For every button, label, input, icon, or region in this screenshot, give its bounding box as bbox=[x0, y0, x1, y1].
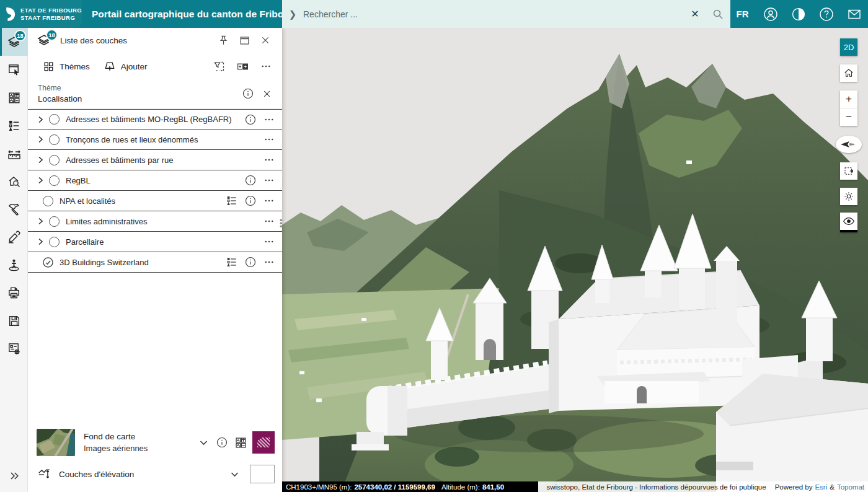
elevation-layers-row[interactable]: Couches d'élévation bbox=[28, 461, 282, 492]
layer-radio-unchecked[interactable] bbox=[49, 114, 60, 125]
layer-row[interactable]: 3D Buildings Switzerland bbox=[28, 252, 282, 273]
close-panel-icon[interactable] bbox=[255, 31, 276, 50]
theme-info-icon[interactable] bbox=[239, 84, 257, 103]
layer-row[interactable]: Parcellaire bbox=[28, 232, 282, 252]
layer-row[interactable]: Adresses et bâtiments MO-RegBL (RegBAFR) bbox=[28, 109, 282, 130]
zoom-out-button[interactable]: − bbox=[840, 108, 857, 126]
sidebar-item-layers[interactable]: 18 bbox=[0, 28, 28, 56]
basemap-texts: Fond de carte Images aériennes bbox=[84, 432, 194, 453]
layer-name: Tronçons de rues et lieux dénommés bbox=[66, 135, 260, 144]
layer-info-icon[interactable] bbox=[241, 110, 260, 129]
zoom-in-button[interactable]: + bbox=[840, 90, 857, 108]
elevation-swatch[interactable] bbox=[250, 465, 275, 483]
sidebar-item-map-select[interactable] bbox=[0, 56, 28, 84]
sidebar-item-settings[interactable] bbox=[0, 335, 28, 362]
daylight-sun-button[interactable] bbox=[840, 188, 857, 205]
more-options-icon[interactable] bbox=[256, 57, 276, 76]
theme-close-icon[interactable] bbox=[257, 84, 276, 103]
layer-info-icon[interactable] bbox=[241, 171, 260, 190]
layer-more-icon[interactable] bbox=[260, 130, 278, 149]
language-button[interactable]: FR bbox=[728, 0, 756, 28]
layer-radio-unchecked[interactable] bbox=[49, 134, 60, 145]
topomat-link[interactable]: Topomat bbox=[837, 483, 864, 491]
pin-panel-icon[interactable] bbox=[213, 31, 234, 50]
layer-more-icon[interactable] bbox=[260, 110, 278, 129]
basemap-value: Images aériennes bbox=[84, 444, 194, 453]
layers-count-badge: 18 bbox=[14, 30, 26, 42]
2d-mode-button[interactable]: 2D bbox=[840, 38, 857, 56]
layer-row[interactable]: Limites administratives bbox=[28, 211, 282, 232]
help-icon[interactable] bbox=[812, 0, 840, 28]
expand-chevron-icon[interactable] bbox=[34, 156, 46, 164]
sidebar-item-measure[interactable] bbox=[0, 139, 28, 167]
layer-more-icon[interactable] bbox=[260, 253, 278, 271]
mail-icon[interactable] bbox=[840, 0, 868, 28]
layer-more-icon[interactable] bbox=[260, 171, 278, 190]
layer-legend-icon[interactable] bbox=[223, 191, 241, 210]
sidebar-item-print[interactable] bbox=[0, 279, 28, 307]
themes-button[interactable]: Thèmes bbox=[38, 57, 95, 76]
expand-chevron-icon[interactable] bbox=[34, 238, 46, 245]
layer-more-icon[interactable] bbox=[260, 151, 278, 169]
sidebar-item-draw[interactable] bbox=[0, 223, 28, 251]
panel-resize-handle[interactable]: ••• bbox=[280, 219, 285, 228]
coords-value: 2574340,02 / 1159599,69 bbox=[354, 483, 435, 491]
esri-link[interactable]: Esri bbox=[815, 483, 827, 491]
compass-control[interactable] bbox=[836, 136, 862, 153]
layer-more-icon[interactable] bbox=[260, 191, 278, 210]
filter-layers-icon[interactable] bbox=[209, 57, 229, 76]
slides-play-button[interactable] bbox=[840, 162, 857, 180]
sidebar-item-locate-search[interactable] bbox=[0, 167, 28, 195]
expand-chevron-icon[interactable] bbox=[34, 217, 46, 225]
crs-label: CH1903+/MN95 (m): bbox=[286, 483, 352, 491]
layer-more-icon[interactable] bbox=[260, 232, 278, 251]
search-clear-icon[interactable]: ✕ bbox=[684, 8, 706, 20]
3d-buildings-style-swatch[interactable] bbox=[252, 431, 275, 454]
fribourg-logo[interactable]: ETAT DE FRIBOURG STAAT FREIBURG bbox=[0, 0, 82, 28]
layer-checked-icon[interactable] bbox=[42, 257, 54, 268]
sidebar-item-streetview[interactable] bbox=[0, 251, 28, 279]
layer-info-icon[interactable] bbox=[241, 253, 260, 271]
layer-row[interactable]: RegBL bbox=[28, 170, 282, 191]
user-account-icon[interactable] bbox=[756, 0, 784, 28]
sidebar-item-save[interactable] bbox=[0, 307, 28, 335]
home-extent-button[interactable] bbox=[840, 64, 857, 82]
layer-row[interactable]: Adresses et bâtiments par rue bbox=[28, 150, 282, 170]
search-input[interactable] bbox=[303, 9, 684, 19]
sidebar-item-legend[interactable] bbox=[0, 112, 28, 139]
expand-collapse-layers-icon[interactable] bbox=[232, 57, 252, 76]
active-theme-box: Thème Localisation bbox=[28, 80, 282, 109]
layer-row[interactable]: Tronçons de rues et lieux dénommés bbox=[28, 130, 282, 150]
search-icon[interactable] bbox=[706, 9, 730, 20]
layer-radio-unchecked[interactable] bbox=[43, 196, 53, 206]
basemap-chevron-down-icon[interactable] bbox=[194, 433, 213, 452]
elevation-icon bbox=[37, 467, 51, 481]
layer-radio-unchecked[interactable] bbox=[49, 155, 60, 165]
search-collapse-chevron-icon[interactable]: ❯ bbox=[282, 9, 303, 20]
org-name: ETAT DE FRIBOURG STAAT FREIBURG bbox=[20, 7, 82, 22]
sidebar-expand-button[interactable] bbox=[0, 462, 28, 490]
map-viewport[interactable]: 2D + − CH1903+/MN95 (m): 2574340,02 / 11… bbox=[282, 28, 868, 492]
layer-more-icon[interactable] bbox=[260, 212, 278, 231]
basemap-thumbnail[interactable] bbox=[37, 429, 75, 456]
add-layer-button[interactable]: Ajouter bbox=[99, 56, 153, 76]
sidebar-item-basemaps[interactable] bbox=[0, 84, 28, 112]
layer-radio-unchecked[interactable] bbox=[49, 175, 60, 186]
visibility-eye-button[interactable] bbox=[840, 213, 857, 232]
expand-chevron-icon[interactable] bbox=[34, 136, 46, 143]
basemap-gallery-icon[interactable] bbox=[231, 433, 250, 452]
expand-chevron-icon[interactable] bbox=[34, 177, 46, 184]
layer-name: RegBL bbox=[66, 176, 241, 185]
sidebar-item-tools[interactable] bbox=[0, 195, 28, 223]
layer-radio-unchecked[interactable] bbox=[49, 216, 60, 227]
float-panel-icon[interactable] bbox=[234, 31, 255, 50]
layer-name: Parcellaire bbox=[66, 237, 260, 247]
layer-info-icon[interactable] bbox=[241, 191, 260, 210]
contrast-toggle-icon[interactable] bbox=[784, 0, 812, 28]
layer-row[interactable]: NPA et localités bbox=[28, 191, 282, 211]
layer-legend-icon[interactable] bbox=[223, 253, 241, 271]
expand-chevron-icon[interactable] bbox=[34, 116, 46, 123]
basemap-info-icon[interactable] bbox=[213, 433, 231, 452]
elevation-chevron-down-icon[interactable] bbox=[225, 465, 244, 483]
layer-radio-unchecked[interactable] bbox=[49, 237, 60, 247]
